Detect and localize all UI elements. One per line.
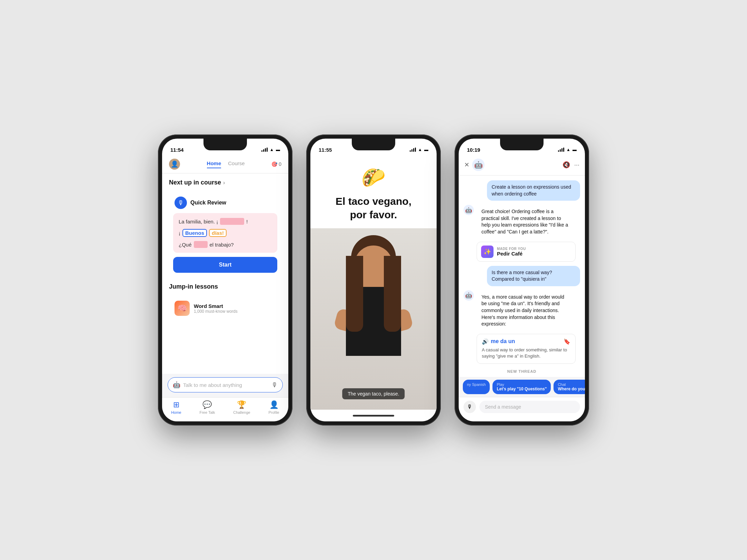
bar4 <box>415 148 416 152</box>
message-input[interactable]: Send a message <box>479 401 580 413</box>
wifi-3: ▲ <box>566 147 570 152</box>
battery-2: ▬ <box>424 147 428 152</box>
mute-icon[interactable]: 🔇 <box>562 161 570 169</box>
suggestion-chips: ny Spanish Play Let's play "10 Questions… <box>459 377 585 397</box>
title-line-2: por favor. <box>350 209 397 220</box>
mic-icon: 🎙 <box>175 197 187 209</box>
home-label: Home <box>171 410 181 414</box>
quick-review-card: 🎙 Quick Review La familia, bien. ¡ ! ¡ B… <box>169 192 281 278</box>
battery-3: ▬ <box>572 147 577 152</box>
phone-1: 11:54 ▲ ▬ 👤 Home Course <box>158 134 292 426</box>
chat-placeholder-text: Talk to me about anything <box>183 382 269 388</box>
tab-home[interactable]: Home <box>207 160 221 168</box>
close-button[interactable]: ✕ <box>464 161 469 169</box>
highlight-buenos: Buenos <box>182 229 207 237</box>
lesson-mini-card[interactable]: ✨ MADE FOR YOU Pedir Café <box>477 242 576 262</box>
chip-1[interactable]: ny Spanish <box>463 380 490 394</box>
phone-1-screen: 11:54 ▲ ▬ 👤 Home Course <box>162 139 288 421</box>
home-icon: ⊞ <box>173 400 179 409</box>
phone-3: 10:19 ▲ ▬ ✕ 🤖 <box>455 134 589 426</box>
line3-suffix: el trabajo? <box>210 242 234 248</box>
phone-3-screen: 10:19 ▲ ▬ ✕ 🤖 <box>459 139 585 421</box>
wifi-2: ▲ <box>418 147 422 152</box>
start-button[interactable]: Start <box>173 257 277 273</box>
bot-msg-2-content: Yes, a more casual way to order would be… <box>477 290 576 364</box>
bottom-nav-home[interactable]: ⊞ Home <box>171 400 181 414</box>
taco-area: 🌮 <box>355 156 392 194</box>
chat-input-bar[interactable]: 🤖 Talk to me about anything 🎙 <box>168 377 283 392</box>
home-bar-2 <box>310 410 437 421</box>
nav-bar-1: 👤 Home Course 🎯 0 <box>162 156 288 173</box>
bottom-nav: ⊞ Home 💬 Free Talk 🏆 Challenge 👤 Profile <box>162 397 288 421</box>
expression-card: 🔊 me da un 🔖 A casual way to order somet… <box>477 334 576 364</box>
chat-header: ✕ 🤖 🔇 ··· <box>459 156 585 176</box>
more-options-icon[interactable]: ··· <box>574 161 579 169</box>
video-screen: 🌮 El taco vegano, por favor. <box>310 156 437 410</box>
quick-review-header: 🎙 Quick Review <box>169 192 281 213</box>
lesson-card[interactable]: 🧠 Word Smart 1,000 must-know words <box>169 296 281 321</box>
chip-1-title: ny Spanish <box>467 382 486 387</box>
tab-course[interactable]: Course <box>228 160 245 168</box>
streak-icon: 🎯 <box>271 161 277 167</box>
battery-1: ▬ <box>276 147 280 152</box>
bar3 <box>265 148 266 152</box>
wifi-1: ▲ <box>270 147 274 152</box>
lesson-icon: 🧠 <box>175 301 190 316</box>
bot-msg-1-text: Great choice! Ordering coffee is a pract… <box>477 205 576 239</box>
hair-right <box>384 256 401 332</box>
bot-msg-2-text: Yes, a more casual way to order would be… <box>477 290 576 331</box>
blank-2 <box>194 241 208 248</box>
taco-icon: 🌮 <box>361 166 386 189</box>
chat-header-right: 🔇 ··· <box>562 161 579 169</box>
bottom-nav-profile[interactable]: 👤 Profile <box>268 400 279 414</box>
chat-messages: Create a lesson on expressions used when… <box>459 176 585 377</box>
robot-icon: 🤖 <box>173 381 180 389</box>
bottom-nav-freetalk[interactable]: 💬 Free Talk <box>199 400 215 414</box>
chip-3[interactable]: Chat Where do you <box>554 380 585 394</box>
time-3: 10:19 <box>467 147 480 153</box>
screenshots-container: 11:54 ▲ ▬ 👤 Home Course <box>158 134 589 426</box>
signal-1 <box>261 148 268 152</box>
bar4 <box>267 148 268 152</box>
bar3 <box>413 148 414 152</box>
lesson-info: Word Smart 1,000 must-know words <box>194 303 276 314</box>
bottom-nav-challenge[interactable]: 🏆 Challenge <box>233 400 250 414</box>
bar1 <box>410 150 411 152</box>
lesson-mini-name: Pedir Café <box>497 251 571 257</box>
chip-3-body: Where do you <box>558 387 585 391</box>
freetalk-label: Free Talk <box>199 410 215 414</box>
next-up-title: Next up in course › <box>169 179 281 186</box>
lesson-mini-info: MADE FOR YOU Pedir Café <box>497 247 571 257</box>
chip-2[interactable]: Play Let's play "10 Questions" <box>492 380 551 394</box>
bot-msg-2-row: 🤖 Yes, a more casual way to order would … <box>464 290 580 364</box>
bot-avatar-small-2: 🤖 <box>464 290 474 301</box>
chip-2-body: Let's play "10 Questions" <box>497 387 547 391</box>
bot-msg-1-content: Great choice! Ordering coffee is a pract… <box>477 205 576 261</box>
home-content: Next up in course › 🎙 Quick Review La fa… <box>162 173 288 374</box>
notch-2 <box>352 139 395 150</box>
bar2 <box>263 149 264 152</box>
user-msg-1: Create a lesson on expressions used when… <box>487 180 580 201</box>
bookmark-button[interactable]: 🔖 <box>564 338 570 345</box>
bot-avatar-small-1: 🤖 <box>464 205 474 215</box>
chat-header-left: ✕ 🤖 <box>464 159 485 171</box>
bar2 <box>411 149 412 152</box>
input-mic-button[interactable]: 🎙 <box>464 401 476 413</box>
line1-text: La familia, bien. ¡ <box>179 219 218 224</box>
sound-icon[interactable]: 🔊 <box>482 338 489 345</box>
freetalk-icon: 💬 <box>202 400 212 409</box>
profile-label: Profile <box>268 410 279 414</box>
exclaim: ! <box>246 219 248 224</box>
avatar-1[interactable]: 👤 <box>169 159 180 170</box>
fill-line-2: ¡ Buenos días! <box>179 229 272 237</box>
fill-blank-area[interactable]: La familia, bien. ¡ ! ¡ Buenos días! ¿Qu… <box>173 213 277 253</box>
home-indicator-2 <box>353 415 394 417</box>
video-person-area: The vegan taco, please. <box>310 228 437 410</box>
bar2 <box>560 149 561 152</box>
user-msg-2: Is there a more casual way? Compared to … <box>487 266 580 286</box>
next-up-label: Next up in course <box>169 179 221 186</box>
made-for-you-label: MADE FOR YOU <box>497 247 571 251</box>
nav-tabs-1: Home Course <box>207 160 245 168</box>
challenge-label: Challenge <box>233 410 250 414</box>
streak-count: 0 <box>279 161 281 167</box>
